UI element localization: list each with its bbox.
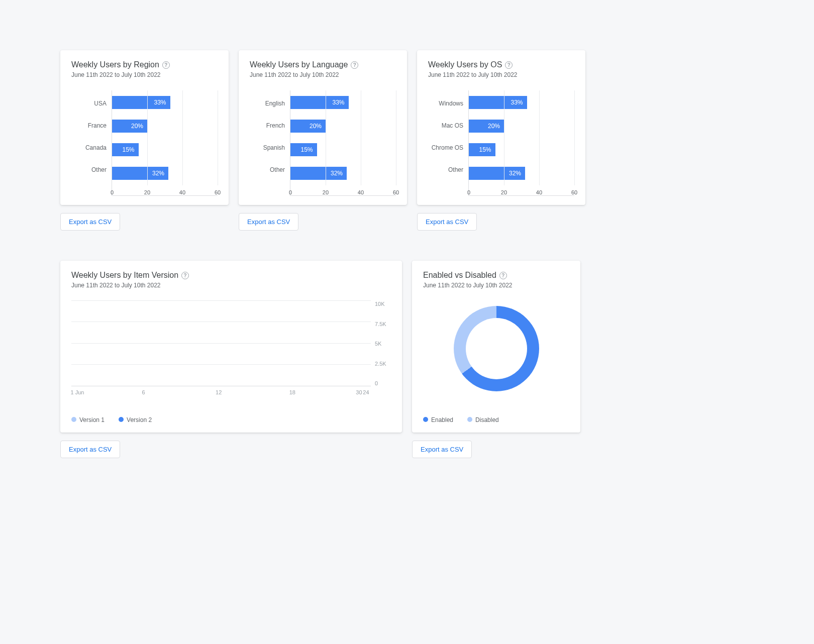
legend-item-v2: Version 2 xyxy=(119,416,152,423)
language-card: Weekly Users by Language ? June 11th 202… xyxy=(239,50,407,205)
export-os-button[interactable]: Export as CSV xyxy=(417,213,477,231)
region-title-row: Weekly Users by Region ? xyxy=(71,60,218,69)
bar: 32% xyxy=(290,167,347,180)
axis-tick: 12 xyxy=(216,389,222,395)
version-card: Weekly Users by Item Version ? June 11th… xyxy=(60,261,402,433)
swatch-v2 xyxy=(119,417,124,422)
language-title-row: Weekly Users by Language ? xyxy=(250,60,396,69)
category-label: USA xyxy=(71,100,112,107)
swatch-enabled xyxy=(423,417,428,422)
bar: 15% xyxy=(112,143,139,156)
region-card: Weekly Users by Region ? June 11th 2022 … xyxy=(60,50,229,205)
axis-tick: 1 Jun xyxy=(70,389,84,395)
os-card: Weekly Users by OS ? June 11th 2022 to J… xyxy=(417,50,585,205)
axis-tick: 40 xyxy=(536,189,542,195)
enabled-legend: Enabled Disabled xyxy=(423,416,569,423)
category-label: Chrome OS xyxy=(428,144,468,151)
region-chart: USAFranceCanadaOther 33%20%15%32% 020406… xyxy=(71,90,218,196)
donut xyxy=(454,306,539,391)
axis-tick: 7.5K xyxy=(375,321,391,327)
axis-tick: 60 xyxy=(215,189,221,195)
export-enabled-button[interactable]: Export as CSV xyxy=(412,441,472,458)
bar: 32% xyxy=(469,167,525,180)
help-icon[interactable]: ? xyxy=(181,272,189,279)
axis-tick: 0 xyxy=(289,189,292,195)
os-title-row: Weekly Users by OS ? xyxy=(428,60,574,69)
export-language-button[interactable]: Export as CSV xyxy=(239,213,298,231)
legend-item-disabled: Disabled xyxy=(467,416,499,423)
axis-tick: 60 xyxy=(393,189,399,195)
legend-label-enabled: Enabled xyxy=(431,416,453,423)
language-title: Weekly Users by Language xyxy=(250,60,348,69)
swatch-disabled xyxy=(467,417,472,422)
axis-tick: 5K xyxy=(375,341,391,347)
axis-tick: 20 xyxy=(501,189,507,195)
legend-label-v1: Version 1 xyxy=(79,416,105,423)
language-subtitle: June 11th 2022 to July 10th 2022 xyxy=(250,71,396,78)
version-subtitle: June 11th 2022 to July 10th 2022 xyxy=(71,282,391,289)
bar: 20% xyxy=(290,120,326,133)
axis-tick: 0 xyxy=(111,189,114,195)
category-label: Spanish xyxy=(250,144,290,151)
bar: 33% xyxy=(469,96,527,109)
legend-label-v2: Version 2 xyxy=(127,416,152,423)
region-subtitle: June 11th 2022 to July 10th 2022 xyxy=(71,71,218,78)
top-row: Weekly Users by Region ? June 11th 2022 … xyxy=(60,50,754,231)
version-column: Weekly Users by Item Version ? June 11th… xyxy=(60,261,402,458)
axis-tick: 6 xyxy=(142,389,145,395)
category-label: Mac OS xyxy=(428,122,468,129)
bar: 15% xyxy=(469,143,495,156)
category-label: Other xyxy=(250,166,290,173)
help-icon[interactable]: ? xyxy=(505,61,513,69)
export-version-button[interactable]: Export as CSV xyxy=(60,441,120,458)
axis-tick: 40 xyxy=(179,189,185,195)
axis-tick: 18 xyxy=(289,389,295,395)
os-column: Weekly Users by OS ? June 11th 2022 to J… xyxy=(417,50,585,231)
export-region-button[interactable]: Export as CSV xyxy=(60,213,120,231)
axis-tick: 20 xyxy=(323,189,329,195)
help-icon[interactable]: ? xyxy=(499,272,507,279)
language-column: Weekly Users by Language ? June 11th 202… xyxy=(239,50,407,231)
axis-tick: 0 xyxy=(467,189,470,195)
version-legend: Version 1 Version 2 xyxy=(71,416,391,423)
bar: 15% xyxy=(290,143,317,156)
axis-tick: 24 xyxy=(363,389,369,395)
os-chart: WindowsMac OSChrome OSOther 33%20%15%32%… xyxy=(428,90,574,196)
legend-item-v1: Version 1 xyxy=(71,416,105,423)
bar: 32% xyxy=(112,167,168,180)
legend-label-disabled: Disabled xyxy=(475,416,499,423)
category-label: Other xyxy=(71,166,112,173)
version-chart: 10K7.5K5K2.5K0 xyxy=(71,301,391,386)
version-title: Weekly Users by Item Version xyxy=(71,271,178,280)
version-xaxis: 1 Jun612182430 xyxy=(71,389,391,396)
axis-tick: 20 xyxy=(144,189,150,195)
bar: 33% xyxy=(112,96,170,109)
category-label: Other xyxy=(428,166,468,173)
axis-tick: 10K xyxy=(375,301,391,307)
enabled-title: Enabled vs Disabled xyxy=(423,271,496,280)
donut-chart xyxy=(423,301,569,396)
enabled-title-row: Enabled vs Disabled ? xyxy=(423,271,569,280)
enabled-card: Enabled vs Disabled ? June 11th 2022 to … xyxy=(412,261,580,433)
version-title-row: Weekly Users by Item Version ? xyxy=(71,271,391,280)
help-icon[interactable]: ? xyxy=(351,61,358,69)
help-icon[interactable]: ? xyxy=(162,61,170,69)
enabled-column: Enabled vs Disabled ? June 11th 2022 to … xyxy=(412,261,580,458)
bar: 20% xyxy=(112,120,147,133)
enabled-subtitle: June 11th 2022 to July 10th 2022 xyxy=(423,282,569,289)
category-label: Windows xyxy=(428,100,468,107)
language-chart: EnglishFrenchSpanishOther 33%20%15%32% 0… xyxy=(250,90,396,196)
axis-tick: 2.5K xyxy=(375,361,391,367)
bottom-row: Weekly Users by Item Version ? June 11th… xyxy=(60,261,754,458)
swatch-v1 xyxy=(71,417,76,422)
bar: 33% xyxy=(290,96,349,109)
os-subtitle: June 11th 2022 to July 10th 2022 xyxy=(428,71,574,78)
category-label: France xyxy=(71,122,112,129)
region-title: Weekly Users by Region xyxy=(71,60,159,69)
axis-tick: 60 xyxy=(571,189,577,195)
axis-tick: 40 xyxy=(358,189,364,195)
category-label: Canada xyxy=(71,144,112,151)
axis-tick: 30 xyxy=(356,389,362,395)
legend-item-enabled: Enabled xyxy=(423,416,453,423)
category-label: English xyxy=(250,100,290,107)
